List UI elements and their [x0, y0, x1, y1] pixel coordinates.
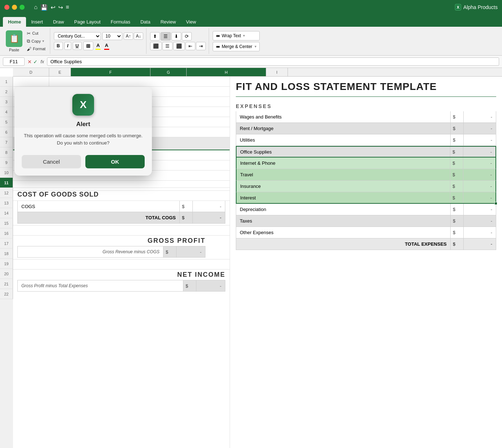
minimize-button[interactable]	[12, 5, 17, 10]
row-16[interactable]: 16	[0, 228, 13, 238]
row-2[interactable]: 2	[0, 87, 13, 97]
col-header-F[interactable]: F	[71, 68, 150, 76]
font-increase-button[interactable]: A↑	[124, 33, 133, 40]
row-11[interactable]: 11	[0, 178, 13, 188]
col-header-G[interactable]: G	[150, 68, 187, 76]
expense-name-2: Utilities	[236, 134, 450, 146]
paste-button[interactable]: 📋	[6, 30, 22, 47]
title-bar: ⌂ 💾 ↩ ↪ ≡ X Alpha Products	[0, 0, 502, 14]
row-20[interactable]: 20	[0, 269, 13, 279]
expense-row-2: Utilities $ -	[236, 134, 496, 146]
row-3[interactable]: 3	[0, 97, 13, 107]
col-header-E[interactable]: E	[49, 68, 71, 76]
font-size-select[interactable]: 10	[102, 32, 122, 40]
row-10[interactable]: 10	[0, 168, 13, 178]
orientation-button[interactable]: ⟳	[182, 32, 192, 40]
cell-reference-input[interactable]: F11	[3, 57, 25, 66]
maximize-button[interactable]	[20, 5, 25, 10]
row-21[interactable]: 21	[0, 279, 13, 289]
row-19[interactable]: 19	[0, 259, 13, 269]
decrease-indent-button[interactable]: ⇤	[186, 42, 195, 50]
close-button[interactable]	[4, 5, 9, 10]
row-1[interactable]: 1	[0, 77, 13, 87]
copy-button[interactable]: ⧉ Copy ▾	[25, 38, 47, 45]
tab-view[interactable]: View	[181, 17, 201, 27]
font-decrease-button[interactable]: A↓	[134, 33, 143, 40]
fill-color-button[interactable]: A	[95, 42, 102, 50]
total-cogs-value: -	[192, 212, 225, 223]
row-22[interactable]: 22	[0, 289, 13, 299]
undo-icon[interactable]: ↩	[51, 4, 55, 11]
align-bottom-button[interactable]: ⬇	[171, 32, 181, 40]
row-14[interactable]: 14	[0, 208, 13, 218]
col-header-I[interactable]: I	[266, 68, 288, 76]
net-income-value: -	[196, 280, 225, 291]
align-middle-button[interactable]: ☰	[161, 32, 171, 40]
cut-button[interactable]: ✂ Cut	[25, 30, 47, 37]
col-header-D[interactable]: D	[13, 68, 49, 76]
expense-currency-6: $	[450, 181, 463, 192]
row-5[interactable]: 5	[0, 117, 13, 127]
traffic-lights	[4, 5, 25, 10]
row-6[interactable]: 6	[0, 127, 13, 137]
col-header-H[interactable]: H	[187, 68, 266, 76]
tab-formulas[interactable]: Formulas	[106, 17, 135, 27]
dialog-header: X Alert	[14, 87, 152, 128]
redo-icon[interactable]: ↪	[58, 4, 63, 11]
dialog-ok-button[interactable]: OK	[85, 155, 145, 168]
row-4[interactable]: 4	[0, 107, 13, 117]
expense-value-2: -	[463, 134, 496, 146]
font-name-select[interactable]: Century Got...	[54, 32, 101, 40]
increase-indent-button[interactable]: ⇥	[196, 42, 206, 50]
row-18[interactable]: 18	[0, 249, 13, 259]
row-9[interactable]: 9	[0, 158, 13, 168]
dialog-cancel-button[interactable]: Cancel	[22, 155, 81, 168]
row-7[interactable]: 7	[0, 137, 13, 147]
wrap-text-button[interactable]: ⬌ Wrap Text ▾	[213, 31, 260, 40]
tab-draw[interactable]: Draw	[48, 17, 69, 27]
column-headers: D E F G H I	[13, 68, 502, 77]
excel-icon: X	[455, 4, 461, 10]
more-icon[interactable]: ≡	[66, 4, 69, 11]
formula-input[interactable]: Office Supplies	[47, 57, 499, 66]
clipboard-group: 📋 Paste ✂ Cut ⧉ Copy ▾ 🖌 Format	[3, 28, 50, 54]
row-13[interactable]: 13	[0, 198, 13, 208]
bold-button[interactable]: B	[54, 42, 63, 50]
tab-review[interactable]: Review	[156, 17, 181, 27]
align-right-button[interactable]: ⬛	[173, 42, 185, 50]
tab-page-layout[interactable]: Page Layout	[69, 17, 106, 27]
expenses-section: EXPENSES Wages and Benefits $ - Rent / M…	[236, 101, 496, 250]
format-button[interactable]: 🖌 Format	[25, 46, 47, 52]
expense-value-4: -	[463, 158, 495, 169]
app-title: X Alpha Products	[455, 4, 498, 10]
row-8[interactable]: 8	[0, 147, 13, 158]
align-top-button[interactable]: ⬆	[150, 32, 160, 40]
cancel-formula-button[interactable]: ✕	[27, 59, 32, 65]
tab-insert[interactable]: Insert	[26, 17, 48, 27]
expense-name-3: Office Supplies	[237, 147, 450, 157]
underline-button[interactable]: U	[73, 42, 82, 50]
tab-data[interactable]: Data	[135, 17, 155, 27]
save-icon[interactable]: 💾	[41, 4, 48, 11]
align-left-button[interactable]: ⬛	[150, 42, 162, 50]
dialog-buttons: Cancel OK	[14, 151, 152, 176]
borders-button[interactable]: ⊞	[83, 42, 93, 50]
align-center-button[interactable]: ☰	[162, 42, 173, 50]
tab-home[interactable]: Home	[3, 17, 26, 27]
row-15[interactable]: 15	[0, 218, 13, 228]
fx-label: fx	[41, 59, 44, 64]
home-icon[interactable]: ⌂	[34, 4, 38, 11]
merge-center-button[interactable]: ⬌ Merge & Center ▾	[213, 42, 260, 51]
confirm-formula-button[interactable]: ✓	[33, 59, 38, 65]
italic-button[interactable]: I	[64, 42, 71, 50]
row-12[interactable]: 12	[0, 188, 13, 198]
gross-profit-value: -	[176, 246, 205, 257]
app-title-text: Alpha Products	[463, 4, 498, 10]
row-17[interactable]: 17	[0, 238, 13, 249]
net-income-label: Gross Profit minus Total Expenses	[18, 280, 183, 291]
font-color-button[interactable]: A	[103, 42, 110, 50]
expense-currency-9: $	[450, 215, 463, 227]
net-income-currency: $	[183, 280, 196, 291]
expense-name-5: Travel	[237, 169, 450, 180]
pl-title: FIT AND LOSS STATEMENT TEMPLATE	[236, 77, 437, 100]
